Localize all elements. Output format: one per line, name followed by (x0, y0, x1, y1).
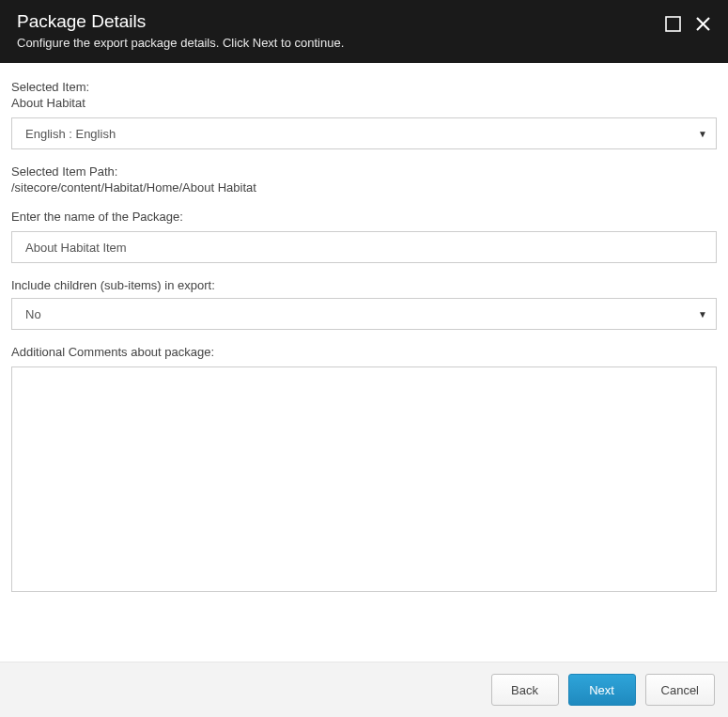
next-button[interactable]: Next (568, 674, 636, 706)
package-name-label: Enter the name of the Package: (11, 210, 717, 224)
dialog-footer: Back Next Cancel (0, 662, 728, 717)
selected-item-path-value: /sitecore/content/Habitat/Home/About Hab… (11, 180, 717, 195)
package-name-block: Enter the name of the Package: (11, 210, 717, 263)
dialog-content: Selected Item: About Habitat English : E… (0, 63, 728, 619)
dialog-subtitle: Configure the export package details. Cl… (17, 36, 662, 50)
header-icons (662, 11, 713, 34)
header-text: Package Details Configure the export pac… (17, 11, 662, 50)
svg-rect-0 (666, 17, 680, 31)
comments-block: Additional Comments about package: (11, 345, 717, 595)
selected-item-label: Selected Item: (11, 80, 717, 94)
include-children-select-wrap: No ▼ (11, 298, 717, 330)
selected-item-path-label: Selected Item Path: (11, 164, 717, 179)
selected-item-block: Selected Item: About Habitat (11, 80, 717, 110)
dialog-header: Package Details Configure the export pac… (0, 0, 728, 63)
maximize-icon[interactable] (662, 13, 683, 34)
back-button[interactable]: Back (491, 674, 559, 706)
package-name-input[interactable] (11, 231, 717, 263)
selected-item-path-block: Selected Item Path: /sitecore/content/Ha… (11, 164, 717, 195)
comments-label: Additional Comments about package: (11, 345, 717, 359)
dialog-title: Package Details (17, 11, 662, 32)
cancel-button[interactable]: Cancel (645, 674, 715, 706)
selected-item-value: About Habitat (11, 96, 717, 110)
include-children-label: Include children (sub-items) in export: (11, 278, 717, 292)
language-select[interactable]: English : English (11, 117, 717, 149)
language-block: English : English ▼ (11, 117, 717, 149)
include-children-select[interactable]: No (11, 298, 717, 330)
language-select-wrap: English : English ▼ (11, 117, 717, 149)
close-icon[interactable] (692, 13, 713, 34)
comments-textarea[interactable] (11, 366, 717, 592)
include-children-block: Include children (sub-items) in export: … (11, 278, 717, 330)
